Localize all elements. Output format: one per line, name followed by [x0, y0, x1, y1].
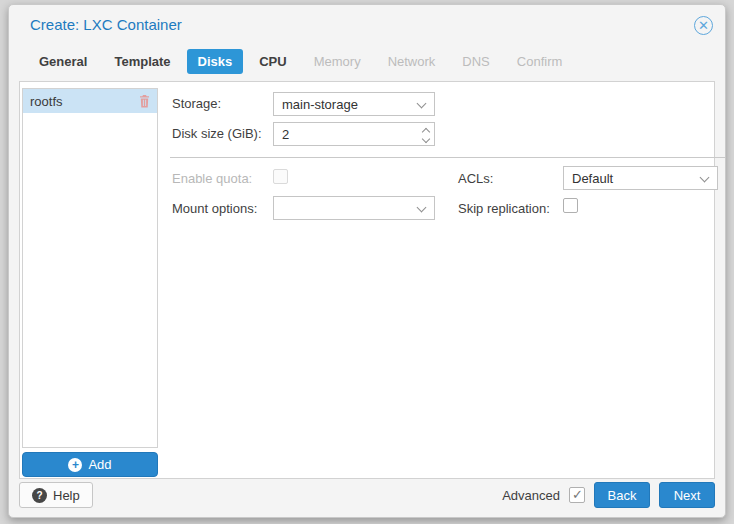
wizard-tabs: General Template Disks CPU Memory Networ… — [28, 49, 573, 74]
mount-options-select[interactable] — [273, 196, 435, 220]
spinner-down-icon[interactable] — [423, 136, 431, 144]
enable-quota-label: Enable quota: — [172, 171, 252, 186]
storage-value: main-storage — [282, 97, 358, 112]
tab-cpu[interactable]: CPU — [248, 49, 297, 74]
tab-network: Network — [377, 49, 447, 74]
question-icon: ? — [32, 488, 47, 503]
add-button-label: Add — [88, 457, 111, 472]
disk-size-label: Disk size (GiB): — [172, 126, 262, 141]
back-button[interactable]: Back — [594, 482, 650, 508]
storage-label: Storage: — [172, 96, 221, 111]
create-lxc-dialog: Create: LXC Container ✕ General Template… — [8, 4, 726, 518]
tab-memory: Memory — [303, 49, 372, 74]
dialog-title: Create: LXC Container — [30, 16, 182, 33]
skip-replication-label: Skip replication: — [458, 201, 550, 216]
chevron-down-icon — [700, 173, 710, 183]
mountpoint-list: rootfs — [22, 88, 158, 448]
tab-general[interactable]: General — [28, 49, 98, 74]
chevron-down-icon — [417, 203, 427, 213]
tab-confirm: Confirm — [506, 49, 574, 74]
tab-disks[interactable]: Disks — [187, 49, 244, 74]
tab-dns: DNS — [451, 49, 500, 74]
advanced-label: Advanced — [502, 488, 560, 503]
add-mountpoint-button[interactable]: + Add — [22, 452, 158, 477]
storage-select[interactable]: main-storage — [273, 92, 435, 116]
disks-tab-panel: rootfs + Add Storage: main-storage Disk … — [19, 81, 715, 479]
disk-size-input[interactable] — [273, 122, 435, 146]
advanced-checkbox[interactable] — [569, 487, 585, 503]
enable-quota-checkbox — [273, 169, 288, 184]
dialog-footer: ? Help Advanced Back Next — [19, 481, 715, 509]
chevron-down-icon — [417, 99, 427, 109]
next-button[interactable]: Next — [659, 482, 715, 508]
skip-replication-checkbox[interactable] — [563, 198, 578, 213]
list-item-rootfs[interactable]: rootfs — [23, 89, 157, 113]
acls-value: Default — [572, 171, 613, 186]
acls-select[interactable]: Default — [563, 166, 718, 190]
help-button-label: Help — [53, 488, 80, 503]
plus-circle-icon: + — [68, 458, 82, 472]
close-icon[interactable]: ✕ — [694, 16, 713, 35]
help-button[interactable]: ? Help — [19, 482, 93, 508]
mountpoint-label: rootfs — [30, 94, 63, 109]
advanced-section-divider — [170, 157, 726, 158]
tab-template[interactable]: Template — [103, 49, 181, 74]
mount-options-label: Mount options: — [172, 201, 257, 216]
trash-icon[interactable] — [139, 95, 150, 108]
acls-label: ACLs: — [458, 171, 493, 186]
spinner-up-icon[interactable] — [423, 127, 431, 135]
